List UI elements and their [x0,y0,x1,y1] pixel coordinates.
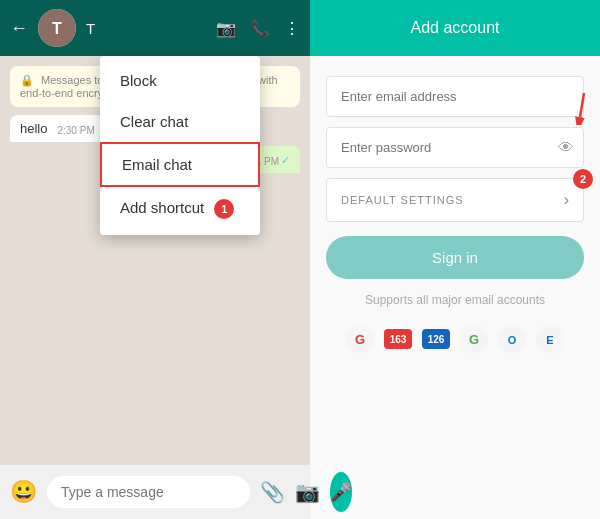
add-account-header: Add account [310,0,600,56]
chat-input-bar: 😀 📎 📷 🎤 [0,465,310,519]
chat-header: ← T T 📷 📞 ⋮ [0,0,310,56]
attach-icon[interactable]: 📎 [260,480,285,504]
126-icon: 126 [422,329,450,349]
mic-button[interactable]: 🎤 [330,472,352,512]
message-time: 2:30 PM [57,125,94,136]
more-options-icon[interactable]: ⋮ [284,19,300,38]
svg-text:G: G [355,332,365,347]
exchange-icon: E [536,325,564,353]
video-call-icon[interactable]: 📷 [216,19,236,38]
avatar: T [38,9,76,47]
header-actions: 📷 📞 ⋮ [216,19,300,38]
context-menu: Block Clear chat Email chat Add shortcut… [100,56,260,235]
chat-panel: ← T T 📷 📞 ⋮ Block Clear chat Email chat … [0,0,310,519]
add-account-title: Add account [411,19,500,37]
default-settings-row[interactable]: DEFAULT SETTINGS › 2 [326,178,584,222]
clear-chat-menu-item[interactable]: Clear chat [100,101,260,142]
email-providers-row: G 163 126 G O E [326,325,584,353]
camera-icon[interactable]: 📷 [295,480,320,504]
read-receipt-icon: ✓ [281,154,290,167]
settings-chevron-icon: › [564,191,569,209]
outlook-icon: O [498,325,526,353]
svg-text:O: O [508,334,517,346]
163-icon: 163 [384,329,412,349]
email-input[interactable] [326,76,584,117]
add-account-panel: Add account 👁 DEFAULT SETTINGS › 2 Sign … [310,0,600,519]
gmail-icon: G [346,325,374,353]
svg-text:T: T [52,20,62,37]
red-arrow-indicator [562,89,592,125]
mic-icon: 🎤 [330,481,352,503]
block-menu-item[interactable]: Block [100,60,260,101]
password-input[interactable] [326,127,584,168]
contact-info: T [86,20,206,37]
step1-badge: 1 [214,199,234,219]
supports-text: Supports all major email accounts [326,293,584,307]
add-shortcut-menu-item[interactable]: Add shortcut 1 [100,187,260,231]
bubble-in: hello 2:30 PM [10,115,105,142]
contact-name: T [86,20,206,37]
emoji-icon[interactable]: 😀 [10,479,37,505]
lock-icon: 🔒 [20,74,34,86]
email-chat-menu-item[interactable]: Email chat [100,142,260,187]
password-row: 👁 [326,127,584,168]
back-icon[interactable]: ← [10,18,28,39]
google-icon: G [460,325,488,353]
svg-text:E: E [546,334,553,346]
message-input[interactable] [47,476,250,508]
account-form: 👁 DEFAULT SETTINGS › 2 Sign in Supports … [310,56,600,373]
default-settings-label: DEFAULT SETTINGS [341,194,464,206]
message-text: hello [20,121,47,136]
sign-in-button[interactable]: Sign in [326,236,584,279]
call-icon[interactable]: 📞 [250,19,270,38]
svg-text:G: G [469,332,479,347]
step2-badge: 2 [573,169,593,189]
svg-line-3 [580,93,584,117]
eye-icon[interactable]: 👁 [558,139,574,157]
